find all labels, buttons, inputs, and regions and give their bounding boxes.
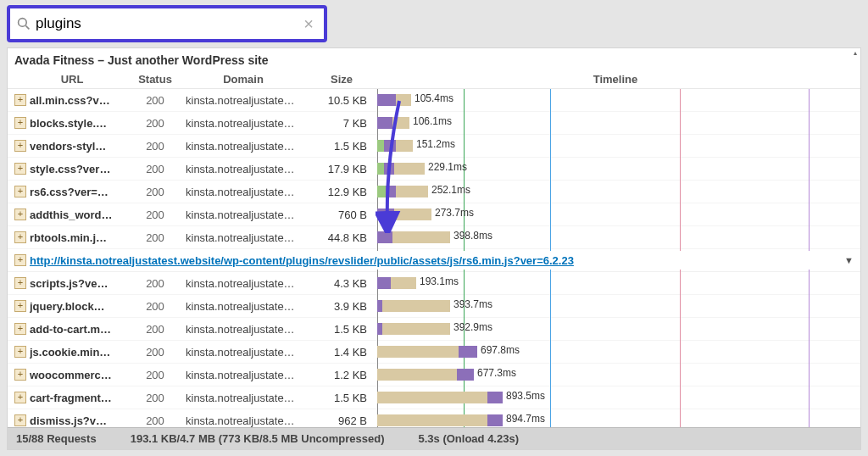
- cell-domain: kinsta.notrealjustate…: [181, 323, 306, 336]
- request-row[interactable]: +js.cookie.min…200kinsta.notrealjustate……: [8, 341, 860, 364]
- cell-status: 200: [130, 323, 181, 336]
- status-requests: 15/88 Requests: [16, 432, 97, 445]
- clear-search-icon[interactable]: ×: [300, 14, 317, 34]
- search-box[interactable]: ×: [7, 5, 327, 42]
- status-bar: 15/88 Requests 193.1 KB/4.7 MB (773 KB/8…: [8, 427, 860, 449]
- cell-timeline: 392.9ms: [377, 320, 854, 337]
- cell-size: 17.9 KB: [306, 163, 377, 175]
- header-domain[interactable]: Domain: [181, 73, 306, 86]
- page-title: Avada Fitness – Just another WordPress s…: [8, 48, 860, 70]
- cell-domain: kinsta.notrealjustate…: [181, 209, 306, 221]
- request-row[interactable]: +jquery.block…200kinsta.notrealjustate…3…: [8, 295, 860, 318]
- cell-url[interactable]: addthis_word…: [30, 209, 130, 221]
- cell-status: 200: [130, 414, 181, 427]
- expand-icon[interactable]: +: [14, 323, 26, 335]
- cell-url[interactable]: js.cookie.min…: [30, 346, 130, 359]
- cell-size: 7 KB: [306, 117, 377, 130]
- expand-icon[interactable]: +: [14, 392, 26, 403]
- expand-icon[interactable]: +: [14, 277, 26, 289]
- request-row[interactable]: +rbtools.min.j…200kinsta.notrealjustate……: [8, 226, 860, 249]
- cell-url[interactable]: cart-fragment…: [30, 392, 130, 404]
- request-row[interactable]: +addthis_word…200kinsta.notrealjustate…7…: [8, 203, 860, 226]
- cell-url[interactable]: dismiss.js?v…: [30, 414, 130, 427]
- cell-timeline: 151.2ms: [377, 137, 854, 154]
- header-timeline[interactable]: Timeline: [377, 73, 854, 86]
- request-row[interactable]: +scripts.js?ve…200kinsta.notrealjustate……: [8, 272, 860, 295]
- cell-timeline: 677.3ms: [377, 366, 854, 383]
- cell-domain: kinsta.notrealjustate…: [181, 140, 306, 153]
- status-time: 5.3s (Onload 4.23s): [419, 432, 520, 445]
- request-row[interactable]: +blocks.style.…200kinsta.notrealjustate……: [8, 112, 860, 135]
- header-url[interactable]: URL: [14, 73, 130, 86]
- expanded-request-row[interactable]: +http://kinsta.notrealjustatest.website/…: [8, 249, 860, 272]
- header-status[interactable]: Status: [130, 73, 181, 86]
- expand-icon[interactable]: +: [14, 209, 26, 220]
- expand-icon[interactable]: +: [14, 186, 26, 197]
- cell-status: 200: [130, 277, 181, 290]
- cell-url[interactable]: rbtools.min.j…: [30, 231, 130, 244]
- request-row[interactable]: +add-to-cart.m…200kinsta.notrealjustate……: [8, 318, 860, 341]
- cell-size: 760 B: [306, 209, 377, 221]
- request-row[interactable]: +woocommerc…200kinsta.notrealjustate…1.2…: [8, 364, 860, 386]
- search-input[interactable]: [36, 15, 300, 32]
- cell-url[interactable]: all.min.css?v…: [30, 94, 130, 107]
- header-size[interactable]: Size: [306, 73, 377, 86]
- cell-status: 200: [130, 186, 181, 198]
- cell-size: 10.5 KB: [306, 94, 377, 107]
- cell-timeline: 105.4ms: [377, 92, 854, 108]
- cell-size: 1.5 KB: [306, 140, 377, 153]
- svg-line-1: [25, 25, 29, 29]
- cell-size: 4.3 KB: [306, 277, 377, 290]
- expand-icon[interactable]: +: [14, 140, 26, 152]
- expand-icon[interactable]: +: [14, 414, 26, 426]
- cell-timeline: 252.1ms: [377, 183, 854, 200]
- cell-url[interactable]: blocks.style.…: [30, 117, 130, 130]
- cell-status: 200: [130, 140, 181, 153]
- cell-url[interactable]: add-to-cart.m…: [30, 323, 130, 336]
- cell-size: 44.8 KB: [306, 231, 377, 244]
- cell-status: 200: [130, 231, 181, 244]
- cell-status: 200: [130, 346, 181, 359]
- full-url-link[interactable]: http://kinsta.notrealjustatest.website/w…: [30, 254, 837, 267]
- cell-size: 1.5 KB: [306, 323, 377, 336]
- cell-size: 12.9 KB: [306, 186, 377, 198]
- request-row[interactable]: +vendors-styl…200kinsta.notrealjustate…1…: [8, 135, 860, 158]
- cell-url[interactable]: style.css?ver…: [30, 163, 130, 175]
- request-row[interactable]: +all.min.css?v…200kinsta.notrealjustate……: [8, 89, 860, 112]
- cell-url[interactable]: scripts.js?ve…: [30, 277, 130, 290]
- cell-size: 1.2 KB: [306, 369, 377, 381]
- cell-status: 200: [130, 163, 181, 175]
- expand-icon[interactable]: +: [14, 231, 26, 243]
- expand-icon[interactable]: +: [14, 300, 26, 312]
- expand-icon[interactable]: +: [14, 346, 26, 358]
- scroll-up-icon[interactable]: ▴: [852, 48, 859, 57]
- cell-domain: kinsta.notrealjustate…: [181, 369, 306, 381]
- request-row[interactable]: +style.css?ver…200kinsta.notrealjustate……: [8, 158, 860, 181]
- request-rows: +all.min.css?v…200kinsta.notrealjustate……: [8, 89, 860, 427]
- vertical-scrollbar[interactable]: ▴: [852, 48, 859, 449]
- cell-url[interactable]: rs6.css?ver=…: [30, 186, 130, 198]
- expand-icon[interactable]: +: [14, 94, 26, 106]
- cell-url[interactable]: woocommerc…: [30, 369, 130, 381]
- cell-timeline: 697.8ms: [377, 343, 854, 360]
- cell-domain: kinsta.notrealjustate…: [181, 231, 306, 244]
- request-row[interactable]: +cart-fragment…200kinsta.notrealjustate……: [8, 386, 860, 409]
- cell-url[interactable]: jquery.block…: [30, 300, 130, 313]
- cell-domain: kinsta.notrealjustate…: [181, 414, 306, 427]
- cell-timeline: 893.5ms: [377, 389, 854, 406]
- cell-size: 1.4 KB: [306, 346, 377, 359]
- cell-domain: kinsta.notrealjustate…: [181, 163, 306, 175]
- cell-status: 200: [130, 392, 181, 404]
- request-row[interactable]: +dismiss.js?v…200kinsta.notrealjustate…9…: [8, 409, 860, 427]
- table-headers: URL Status Domain Size Timeline: [8, 70, 860, 89]
- expand-icon[interactable]: +: [14, 254, 26, 266]
- expand-icon[interactable]: +: [14, 117, 26, 129]
- expand-icon[interactable]: +: [14, 163, 26, 175]
- cell-timeline: 106.1ms: [377, 114, 854, 131]
- expand-icon[interactable]: +: [14, 369, 26, 381]
- cell-status: 200: [130, 94, 181, 107]
- cell-url[interactable]: vendors-styl…: [30, 140, 130, 153]
- request-row[interactable]: +rs6.css?ver=…200kinsta.notrealjustate…1…: [8, 181, 860, 203]
- cell-domain: kinsta.notrealjustate…: [181, 300, 306, 313]
- cell-domain: kinsta.notrealjustate…: [181, 392, 306, 404]
